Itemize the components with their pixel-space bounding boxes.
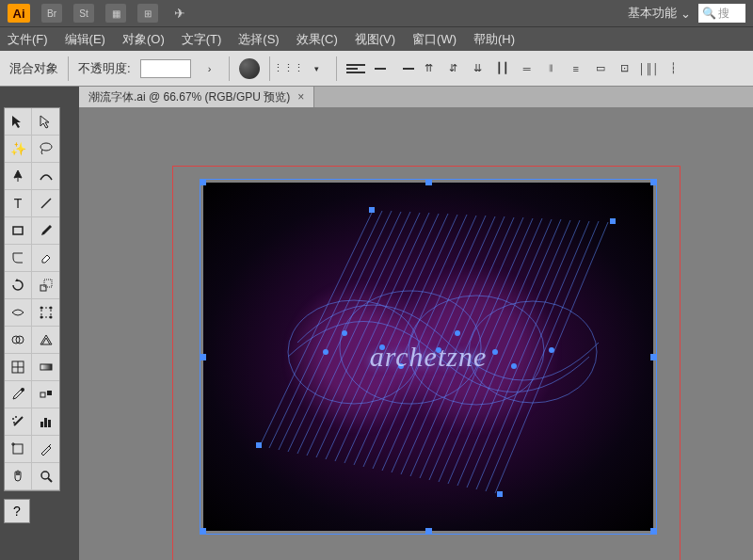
distribute-spacing-h-icon[interactable]: ⫴ bbox=[542, 59, 561, 78]
align-bottom-icon[interactable]: ⇊ bbox=[469, 59, 488, 78]
stock-icon[interactable]: St bbox=[73, 4, 94, 23]
artwork[interactable]: archetzne bbox=[203, 183, 653, 531]
pen-tool[interactable] bbox=[5, 163, 32, 190]
layout-icon[interactable]: ⊞ bbox=[137, 4, 158, 23]
search-placeholder: 搜 bbox=[718, 6, 729, 22]
eyedropper-tool[interactable] bbox=[5, 381, 32, 408]
svg-rect-24 bbox=[48, 420, 51, 427]
selection-handle[interactable] bbox=[200, 354, 206, 360]
shaper-tool[interactable] bbox=[5, 245, 32, 272]
opacity-input[interactable] bbox=[140, 59, 191, 78]
recolor-artwork-icon[interactable] bbox=[239, 58, 260, 79]
perspective-grid-tool[interactable] bbox=[32, 327, 59, 354]
bridge-icon[interactable]: Br bbox=[41, 4, 62, 23]
line-tool[interactable] bbox=[32, 190, 59, 217]
blend-tool[interactable] bbox=[32, 381, 59, 408]
menu-edit[interactable]: 编辑(E) bbox=[65, 31, 105, 48]
svg-point-28 bbox=[41, 472, 49, 479]
document-tab[interactable]: 潮流字体.ai @ 66.67% (RGB/GPU 预览) × bbox=[79, 87, 314, 107]
align-to-artboard-icon[interactable]: ▭ bbox=[591, 59, 610, 78]
artwork-text: archetzne bbox=[370, 341, 488, 373]
distribute-v-icon[interactable]: ═ bbox=[518, 59, 537, 78]
align-buttons-group: ⇈ ⇵ ⇊ ┃┃ ═ ⫴ ≡ ▭ ⊡ │║│ ┆ bbox=[346, 59, 683, 78]
selection-handle[interactable] bbox=[650, 179, 657, 185]
workspace-label: 基本功能 bbox=[628, 5, 677, 22]
curvature-tool[interactable] bbox=[32, 163, 59, 190]
more-options-icon[interactable]: ┆ bbox=[665, 59, 683, 78]
align-options-icon[interactable]: ⋮⋮⋮ bbox=[280, 59, 298, 78]
paintbrush-tool[interactable] bbox=[32, 217, 59, 245]
control-bar: 混合对象 不透明度: › ⋮⋮⋮ ▾ ⇈ ⇵ ⇊ ┃┃ ═ ⫴ ≡ ▭ ⊡ │║… bbox=[0, 51, 753, 87]
selection-handle[interactable] bbox=[200, 528, 206, 535]
lasso-tool[interactable] bbox=[32, 136, 59, 163]
gradient-tool[interactable] bbox=[32, 354, 59, 381]
arrange-docs-icon[interactable]: ▦ bbox=[105, 4, 126, 23]
svg-rect-3 bbox=[40, 285, 46, 291]
rocket-icon[interactable]: ✈ bbox=[169, 4, 190, 23]
symbol-sprayer-tool[interactable] bbox=[5, 408, 32, 436]
menu-help[interactable]: 帮助(H) bbox=[473, 31, 515, 48]
help-button[interactable]: ? bbox=[4, 499, 30, 523]
chevron-down-icon: ⌄ bbox=[681, 7, 691, 21]
selection-handle[interactable] bbox=[650, 354, 657, 360]
svg-point-16 bbox=[21, 388, 24, 392]
rotate-tool[interactable] bbox=[5, 272, 32, 299]
selection-handle[interactable] bbox=[650, 528, 657, 535]
svg-point-69 bbox=[342, 330, 347, 336]
align-center-h-icon[interactable] bbox=[371, 59, 390, 78]
selection-handle[interactable] bbox=[425, 179, 432, 185]
align-top-icon[interactable]: ⇈ bbox=[420, 59, 439, 78]
menu-file[interactable]: 文件(F) bbox=[8, 31, 48, 48]
eraser-tool[interactable] bbox=[32, 245, 59, 272]
slice-tool[interactable] bbox=[32, 436, 59, 463]
rectangle-tool[interactable] bbox=[5, 217, 32, 245]
opacity-dropdown[interactable]: › bbox=[200, 59, 219, 78]
magic-wand-tool[interactable]: ✨ bbox=[5, 136, 32, 163]
hand-tool[interactable] bbox=[5, 463, 32, 490]
svg-point-72 bbox=[511, 363, 517, 369]
menu-object[interactable]: 对象(O) bbox=[122, 31, 165, 48]
selection-handle[interactable] bbox=[200, 179, 206, 185]
align-center-v-icon[interactable]: ⇵ bbox=[444, 59, 463, 78]
document-tab-bar: 潮流字体.ai @ 66.67% (RGB/GPU 预览) × bbox=[79, 87, 753, 107]
ai-logo: Ai bbox=[8, 4, 30, 23]
align-dropdown-icon[interactable]: ▾ bbox=[308, 59, 327, 78]
menubar: 文件(F) 编辑(E) 对象(O) 文字(T) 选择(S) 效果(C) 视图(V… bbox=[0, 26, 753, 51]
transform-panel-icon[interactable]: ⊡ bbox=[616, 59, 634, 78]
svg-rect-2 bbox=[13, 227, 23, 234]
menu-view[interactable]: 视图(V) bbox=[355, 31, 395, 48]
svg-point-68 bbox=[549, 347, 554, 353]
menu-effect[interactable]: 效果(C) bbox=[296, 31, 338, 48]
toolbox: ✨ T bbox=[4, 107, 60, 491]
selection-type-label: 混合对象 bbox=[9, 60, 58, 77]
svg-point-21 bbox=[13, 422, 15, 424]
close-icon[interactable]: × bbox=[297, 90, 304, 104]
canvas-viewport[interactable]: archetzne bbox=[79, 107, 753, 560]
workspace-switcher[interactable]: 基本功能 ⌄ bbox=[628, 5, 691, 22]
search-input[interactable]: 🔍 搜 bbox=[698, 4, 745, 23]
direct-selection-tool[interactable] bbox=[32, 108, 59, 136]
align-right-icon[interactable] bbox=[395, 59, 414, 78]
distribute-h-icon[interactable]: ┃┃ bbox=[493, 59, 512, 78]
isolate-icon[interactable]: │║│ bbox=[640, 59, 659, 78]
zoom-tool[interactable] bbox=[32, 463, 59, 490]
mesh-tool[interactable] bbox=[5, 354, 32, 381]
free-transform-tool[interactable] bbox=[32, 299, 59, 327]
menu-select[interactable]: 选择(S) bbox=[238, 31, 279, 48]
align-left-icon[interactable] bbox=[346, 59, 365, 78]
selection-handle[interactable] bbox=[425, 528, 432, 535]
menu-window[interactable]: 窗口(W) bbox=[412, 31, 457, 48]
column-graph-tool[interactable] bbox=[32, 408, 59, 436]
selection-tool[interactable] bbox=[5, 108, 32, 136]
scale-tool[interactable] bbox=[32, 272, 59, 299]
svg-rect-25 bbox=[13, 444, 23, 454]
svg-rect-60 bbox=[369, 207, 375, 213]
svg-line-1 bbox=[41, 199, 51, 208]
distribute-spacing-v-icon[interactable]: ≡ bbox=[567, 59, 585, 78]
type-tool[interactable]: T bbox=[5, 190, 32, 217]
width-tool[interactable] bbox=[5, 299, 32, 327]
svg-point-7 bbox=[49, 307, 52, 310]
menu-type[interactable]: 文字(T) bbox=[182, 31, 222, 48]
artboard-tool[interactable] bbox=[5, 436, 32, 463]
shape-builder-tool[interactable] bbox=[5, 327, 32, 354]
